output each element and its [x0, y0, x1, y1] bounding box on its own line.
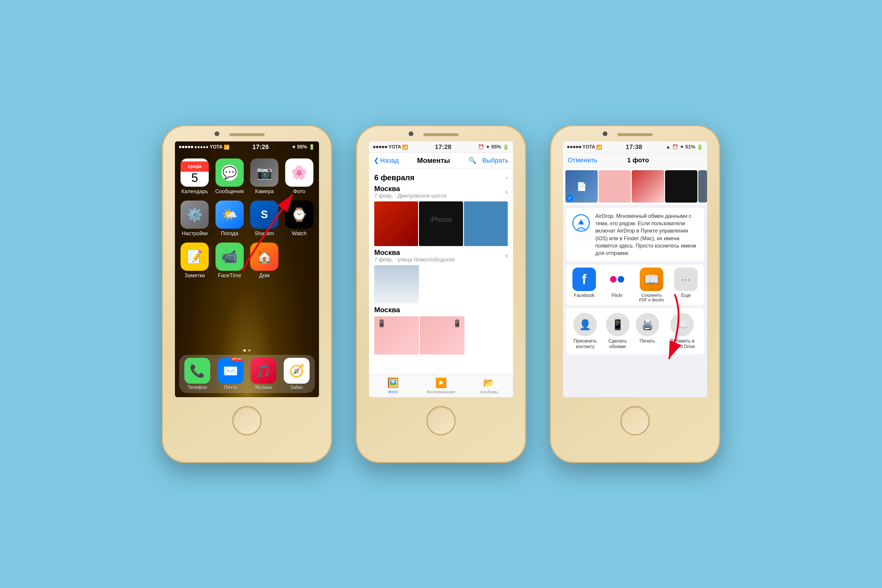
tab-photos[interactable]: 🖼️ Фото [369, 374, 417, 397]
photo-grid-2 [374, 265, 508, 303]
wifi-icon-2: 📶 [402, 144, 408, 150]
dock-app-phone[interactable]: 📞 Телефон [184, 358, 210, 390]
bluetooth-icon-1: ✦ [292, 144, 296, 150]
time-3: 17:38 [626, 143, 642, 151]
signal-dot [182, 146, 184, 148]
dock-app-music[interactable]: 🎵 Музыка [250, 358, 276, 390]
photo-thumb-pink2[interactable]: 📱 [420, 316, 465, 355]
facebook-icon: f [572, 267, 596, 291]
signal-dot [576, 146, 578, 148]
photo-thumb[interactable]: iPhone [419, 201, 463, 246]
app-icon-weather[interactable]: 🌤️ Погода [215, 201, 244, 237]
preview-thumb-2[interactable] [598, 170, 631, 202]
print-icon: 🖨️ [636, 313, 659, 336]
ibooks-icon: 📖 [640, 267, 663, 291]
dock-app-mail[interactable]: ✉️ 25 340 Почта [218, 358, 243, 390]
home-button-2[interactable] [426, 406, 456, 435]
location-arrow-1: › [505, 187, 508, 196]
battery-2: 55% [491, 144, 501, 150]
photos-tab-icon: 🖼️ [387, 377, 399, 388]
photo-thumb-pink[interactable]: 📱 [374, 316, 419, 355]
status-right-3: ▲ ⏰ ✦ 51% 🔋 [666, 144, 703, 150]
app-icon-notes[interactable]: 📝 Заметки [180, 243, 209, 279]
share-app-ibooks[interactable]: 📖 Сохранить PDF в iBooks [638, 267, 665, 302]
tab-albums[interactable]: 📂 Альбомы [465, 374, 513, 397]
time-2: 17:28 [435, 143, 451, 151]
page-dots [243, 349, 250, 352]
contact-icon: 👤 [573, 313, 597, 336]
app-icon-shazam[interactable]: S Shazam [250, 201, 279, 237]
share-app-flickr[interactable]: Flickr [605, 267, 629, 302]
photo-thumb-snow[interactable] [374, 265, 419, 303]
notes-icon: 📝 [180, 243, 209, 271]
photo-grid-1: iPhone [374, 201, 508, 246]
preview-thumb-4[interactable] [665, 170, 698, 202]
app-icon-facetime[interactable]: 📹 FaceTime [215, 243, 244, 279]
action-print[interactable]: 🖨️ Печать [636, 313, 659, 349]
iphone-1: ●●●●● YOTA 📶 17:26 ✦ 55% 🔋 среда 5 Кален… [162, 125, 332, 463]
app-grid: среда 5 Календарь 💬 Сообщения 📷 Камера [175, 153, 319, 285]
dock-app-safari[interactable]: 🧭 Safari [284, 358, 310, 390]
signal-dots-3 [567, 146, 581, 148]
share-header: Отменить 1 фото [563, 153, 707, 168]
music-label: Музыка [255, 385, 272, 390]
carrier-2: YOTA [388, 144, 401, 150]
preview-thumb-partial[interactable] [698, 170, 707, 202]
signal-dot [185, 146, 187, 148]
app-icon-camera[interactable]: 📷 Камера [250, 159, 279, 195]
app-icon-calendar[interactable]: среда 5 Календарь [180, 159, 209, 195]
time-1: 17:26 [252, 143, 269, 151]
photo-thumb[interactable] [464, 201, 508, 246]
tab-photos-label: Фото [388, 390, 398, 394]
home-button-1[interactable] [232, 406, 262, 435]
bluetooth-icon-3: ✦ [680, 144, 684, 150]
preview-thumb-3[interactable] [632, 170, 664, 202]
location-2: Москва 7 февр. · улица Новослободская › [369, 248, 513, 306]
camera-icon: 📷 [250, 159, 278, 187]
nav-title-2: Моменты [417, 156, 450, 165]
phone-label: Телефон [188, 385, 207, 390]
back-button[interactable]: ❮ Назад [374, 157, 399, 164]
facetime-label: FaceTime [218, 273, 241, 279]
safari-icon: 🧭 [284, 358, 310, 384]
app-icon-photos[interactable]: 🌸 Фото [285, 159, 314, 195]
flickr-icon [605, 267, 629, 291]
app-icon-settings[interactable]: ⚙️ Настройки [180, 201, 209, 237]
iphone-2: YOTA 📶 17:28 ⏰ ✦ 55% 🔋 ❮ Назад Моменты 🔍… [356, 125, 526, 463]
status-left-3: YOTA 📶 [567, 144, 602, 150]
settings-label: Настройки [182, 231, 208, 237]
signal-dot [376, 146, 378, 148]
signal-dot [567, 146, 570, 148]
section-date: 6 февраля › [369, 168, 513, 184]
weather-label: Погода [221, 231, 238, 237]
action-contact[interactable]: 👤 Присвоить контакту [571, 313, 600, 349]
search-button[interactable]: 🔍 [468, 157, 476, 164]
app-icon-home[interactable]: 🏠 Дом [250, 243, 279, 279]
mail-badge: 25 340 [231, 358, 243, 361]
share-app-facebook[interactable]: f Facebook [572, 267, 596, 302]
home-label: Дом [259, 273, 270, 279]
wallpaper-label: Сделать обоями [606, 338, 630, 349]
action-icloud[interactable]: ☁️ Добавить в iCloud Drive [665, 313, 699, 349]
app-icon-watch[interactable]: ⌚ Watch [285, 201, 314, 237]
mail-label: Почта [224, 385, 237, 390]
cancel-button[interactable]: Отменить [568, 156, 597, 164]
select-button[interactable]: Выбрать [482, 157, 508, 164]
home-button-3[interactable] [620, 406, 650, 435]
signal-dot [191, 146, 193, 148]
watch-icon: ⌚ [285, 201, 314, 229]
app-icon-messages[interactable]: 💬 Сообщения [215, 159, 244, 195]
airdrop-description: AirDrop. Мгновенный обмен данными с теми… [596, 213, 699, 257]
action-wallpaper[interactable]: 📱 Сделать обоями [606, 313, 630, 349]
photo-thumb[interactable] [374, 201, 418, 246]
preview-thumb-selected[interactable]: 📄 ✓ [566, 170, 598, 202]
screen-1: ●●●●● YOTA 📶 17:26 ✦ 55% 🔋 среда 5 Кален… [175, 141, 319, 397]
battery-3: 51% [686, 144, 695, 150]
home-icon: 🏠 [250, 243, 278, 271]
calendar-label: Календарь [182, 189, 208, 195]
tab-memories[interactable]: ▶️ Воспоминания [417, 374, 465, 397]
signal-dot [382, 146, 384, 148]
share-app-more[interactable]: ··· Еще [674, 267, 698, 302]
dock: 📞 Телефон ✉️ 25 340 Почта 🎵 Музыка [179, 355, 315, 393]
signal-dot [579, 146, 581, 148]
